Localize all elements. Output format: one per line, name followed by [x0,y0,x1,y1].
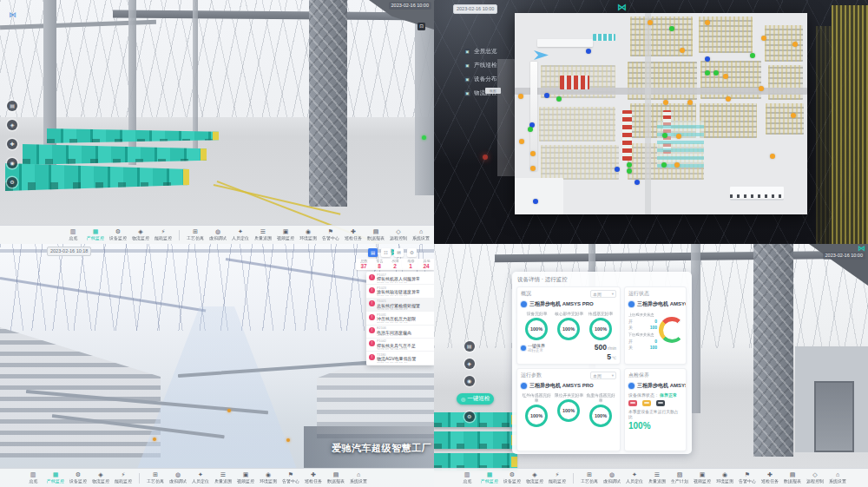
toolbar-item[interactable]: ⊞工艺仿真 [185,228,206,241]
layer-menu-item[interactable]: ▣全景总览 [464,47,498,56]
toolbar-item[interactable]: ✚巡检任务 [303,471,324,484]
scene-badge[interactable]: ◈ [7,120,17,130]
status-dot[interactable] [518,94,523,99]
scene-badge[interactable]: ✚ [7,139,17,149]
scene-badge[interactable]: ◉ [464,376,475,386]
status-dot[interactable] [705,56,710,62]
alarm-item[interactable]: !P1031冲压线压机压力超限2023-02-16 09:41:18 [366,312,434,325]
alarm-tab[interactable]: ☷ [381,248,391,257]
toolbar-item[interactable]: ▤数据报表 [365,228,386,241]
period-select[interactable]: 本周 ▾ [590,290,616,298]
view-toggle-button[interactable]: ⊡ [418,23,425,30]
status-dot[interactable] [680,48,685,53]
scene-badge[interactable]: ▤ [464,341,475,352]
toolbar-item[interactable]: ✦人员定位 [624,471,645,484]
alarm-item[interactable]: !P1023涂装线输送链速度异常2023-02-16 10:08:21 [366,285,434,298]
toolbar-item[interactable]: ◉环境监测 [298,228,319,241]
patrol-button[interactable]: ◎一键巡检 [457,393,494,405]
alarm-tab[interactable]: ✉ [394,248,404,257]
status-dot[interactable] [750,53,755,58]
toolbar-item[interactable]: ⚙设备监控 [502,471,523,484]
q3-alarm-list[interactable]: !P1017焊装线机器人伺服异常2023-02-16 10:12:35!P102… [366,272,434,365]
toolbar-item[interactable]: ▦产线监控 [45,471,66,484]
status-dot[interactable] [759,86,764,91]
toolbar-item[interactable]: ⚡能耗监控 [547,471,568,484]
status-dot[interactable] [669,26,674,31]
toolbar-item[interactable]: ◍虚拟调试 [602,471,622,484]
toolbar-item[interactable]: ▥总览 [457,471,477,484]
toolbar-item[interactable]: ▧生产计划 [669,471,690,484]
status-dot[interactable] [648,20,653,25]
alarm-item[interactable]: !P1042焊装线夹具气压不足2023-02-16 09:12:55 [366,339,434,352]
status-dot[interactable] [544,93,549,98]
status-dot[interactable] [530,166,536,171]
toolbar-item[interactable]: ◉环境监测 [258,471,279,484]
status-dot[interactable] [586,49,591,54]
scene-badge[interactable]: ◉ [7,158,17,168]
toolbar-item[interactable]: ▤数据报表 [326,471,346,484]
status-dot[interactable] [676,134,681,139]
maintain-row[interactable]: 一键保养 运行正常 [521,343,545,352]
toolbar-item[interactable]: ⊞工艺仿真 [145,471,166,484]
toolbar-item[interactable]: ⚙设备监控 [68,471,89,484]
layer-menu-item[interactable]: ▣产线巡检 [464,61,498,69]
toolbar-item[interactable]: ☰质量追溯 [213,471,233,484]
toolbar-item[interactable]: ⌂系统设置 [348,471,369,484]
toolbar-item[interactable]: ▤数据报表 [782,471,803,484]
toolbar-item[interactable]: ◇远程控制 [805,471,825,484]
status-dot[interactable] [792,42,798,47]
floor-plan-map[interactable] [515,13,807,214]
scene-badge[interactable]: ▤ [7,101,17,111]
alarm-tab[interactable]: ⚙ [407,248,417,257]
toolbar-item[interactable]: ⚡能耗监控 [113,471,134,484]
toolbar-item[interactable]: ⚙设备监控 [108,228,128,241]
toolbar-item[interactable]: ◈物流监控 [524,471,545,484]
toolbar-item[interactable]: ⊞工艺仿真 [579,471,600,484]
toolbar-item[interactable]: ◇远程控制 [388,228,409,241]
status-dot[interactable] [713,70,719,76]
status-dot[interactable] [674,162,680,168]
toolbar-item[interactable]: ▣视频监控 [235,471,256,484]
alarm-item[interactable]: !T1021总装线拧紧枪扭矩报警2023-02-16 09:56:47 [366,299,434,312]
status-dot[interactable] [662,133,667,138]
toolbar-item[interactable]: ⚑告警中心 [320,228,341,241]
collapse-button[interactable]: 收起 [485,88,501,94]
toolbar-item[interactable]: ▦产线监控 [479,471,500,484]
toolbar-item[interactable]: ◍虚拟调试 [168,471,188,484]
toolbar-item[interactable]: ⌂系统设置 [411,228,431,241]
status-dot[interactable] [556,96,562,102]
toolbar-item[interactable]: ▣视频监控 [275,228,296,241]
scene-badge[interactable]: ⚙ [464,411,475,422]
toolbar-item[interactable]: ▣视频监控 [692,471,713,484]
toolbar-item[interactable]: ◈物流监控 [130,228,151,241]
status-dot[interactable] [519,139,524,144]
status-dot[interactable] [723,74,728,79]
toolbar-item[interactable]: ⌂系统设置 [827,471,848,484]
status-dot[interactable] [687,100,693,105]
alarm-item[interactable]: !E2106电池车间温度偏高2023-02-16 09:30:02 [366,326,434,339]
alarm-item[interactable]: !T1180物流AGV电量低告警2023-02-16 08:58:40 [366,352,434,365]
status-dot[interactable] [528,127,533,132]
status-dot[interactable] [635,180,640,185]
toolbar-item[interactable]: ☰质量追溯 [253,228,273,241]
toolbar-item[interactable]: ▥总览 [23,471,43,484]
status-dot[interactable] [791,113,796,118]
alarm-tab[interactable]: ▤ [368,248,378,257]
toolbar-item[interactable]: ☰质量追溯 [647,471,667,484]
status-dot[interactable] [661,162,667,168]
toolbar-item[interactable]: ◉环境监测 [714,471,735,484]
status-dot[interactable] [705,20,710,25]
status-dot[interactable] [761,36,766,41]
scene-badge[interactable]: ◈ [464,359,475,369]
toolbar-item[interactable]: ✚巡检任务 [343,228,364,241]
layer-menu-item[interactable]: ▣设备分布 [464,75,498,83]
period-select[interactable]: 本周 ▾ [590,372,616,379]
status-dot[interactable] [533,199,538,204]
status-dot[interactable] [770,154,775,159]
status-dot[interactable] [705,70,710,76]
toolbar-item[interactable]: ⚑告警中心 [280,471,301,484]
toolbar-item[interactable]: ✦人员定位 [230,228,251,241]
alarm-item[interactable]: !P1017焊装线机器人伺服异常2023-02-16 10:12:35 [366,272,434,285]
toolbar-item[interactable]: ✦人员定位 [190,471,211,484]
status-dot[interactable] [530,151,536,156]
